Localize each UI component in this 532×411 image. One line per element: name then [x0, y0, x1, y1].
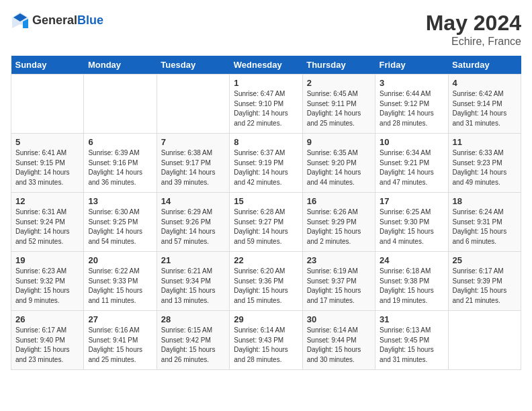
- day-number: 30: [307, 314, 371, 324]
- day-number: 18: [453, 196, 517, 206]
- day-number: 14: [161, 196, 225, 206]
- calendar-cell: 16Sunrise: 6:26 AM Sunset: 9:29 PM Dayli…: [302, 193, 375, 252]
- day-number: 17: [380, 196, 443, 206]
- day-header-wednesday: Wednesday: [230, 56, 302, 75]
- calendar-cell: 26Sunrise: 6:17 AM Sunset: 9:40 PM Dayli…: [11, 311, 84, 370]
- day-number: 3: [380, 78, 443, 88]
- logo-general: General: [32, 13, 77, 27]
- calendar-cell: 10Sunrise: 6:34 AM Sunset: 9:21 PM Dayli…: [375, 134, 448, 193]
- day-info: Sunrise: 6:33 AM Sunset: 9:23 PM Dayligh…: [453, 148, 517, 187]
- day-number: 27: [88, 314, 152, 324]
- day-number: 7: [161, 137, 225, 147]
- calendar-cell: 31Sunrise: 6:13 AM Sunset: 9:45 PM Dayli…: [375, 311, 448, 370]
- day-info: Sunrise: 6:14 AM Sunset: 9:44 PM Dayligh…: [307, 326, 371, 365]
- calendar-cell: 9Sunrise: 6:35 AM Sunset: 9:20 PM Daylig…: [302, 134, 375, 193]
- day-info: Sunrise: 6:42 AM Sunset: 9:14 PM Dayligh…: [453, 89, 517, 128]
- day-header-friday: Friday: [375, 56, 448, 75]
- calendar-location: Echire, France: [426, 36, 521, 48]
- calendar-cell: 18Sunrise: 6:24 AM Sunset: 9:31 PM Dayli…: [448, 193, 521, 252]
- day-info: Sunrise: 6:19 AM Sunset: 9:37 PM Dayligh…: [307, 267, 371, 306]
- day-info: Sunrise: 6:16 AM Sunset: 9:41 PM Dayligh…: [88, 326, 152, 365]
- calendar-cell: 4Sunrise: 6:42 AM Sunset: 9:14 PM Daylig…: [448, 75, 521, 134]
- calendar-cell: [11, 75, 84, 134]
- calendar-cell: 7Sunrise: 6:38 AM Sunset: 9:17 PM Daylig…: [157, 134, 229, 193]
- day-info: Sunrise: 6:22 AM Sunset: 9:33 PM Dayligh…: [88, 267, 152, 306]
- calendar-cell: 22Sunrise: 6:20 AM Sunset: 9:36 PM Dayli…: [230, 252, 302, 311]
- calendar-cell: [157, 75, 229, 134]
- day-number: 2: [307, 78, 371, 88]
- week-row-2: 5Sunrise: 6:41 AM Sunset: 9:15 PM Daylig…: [11, 134, 521, 193]
- day-number: 12: [15, 196, 79, 206]
- day-info: Sunrise: 6:45 AM Sunset: 9:11 PM Dayligh…: [307, 89, 371, 128]
- day-number: 29: [234, 314, 298, 324]
- calendar-cell: 5Sunrise: 6:41 AM Sunset: 9:15 PM Daylig…: [11, 134, 84, 193]
- day-info: Sunrise: 6:38 AM Sunset: 9:17 PM Dayligh…: [161, 148, 225, 187]
- day-info: Sunrise: 6:20 AM Sunset: 9:36 PM Dayligh…: [234, 267, 298, 306]
- day-number: 31: [380, 314, 443, 324]
- day-number: 22: [234, 255, 298, 265]
- day-info: Sunrise: 6:25 AM Sunset: 9:30 PM Dayligh…: [380, 208, 443, 246]
- day-number: 15: [234, 196, 298, 206]
- week-row-3: 12Sunrise: 6:31 AM Sunset: 9:24 PM Dayli…: [11, 193, 521, 252]
- day-number: 28: [161, 314, 225, 324]
- calendar-cell: 29Sunrise: 6:14 AM Sunset: 9:43 PM Dayli…: [230, 311, 302, 370]
- day-header-monday: Monday: [84, 56, 157, 75]
- day-number: 9: [307, 137, 371, 147]
- day-number: 10: [380, 137, 443, 147]
- day-number: 13: [88, 196, 152, 206]
- week-row-4: 19Sunrise: 6:23 AM Sunset: 9:32 PM Dayli…: [11, 252, 521, 311]
- calendar-cell: [84, 75, 157, 134]
- page-header: GeneralBlue May 2024 Echire, France: [11, 11, 521, 48]
- day-number: 24: [380, 255, 443, 265]
- day-info: Sunrise: 6:17 AM Sunset: 9:40 PM Dayligh…: [15, 326, 79, 365]
- day-number: 6: [88, 137, 152, 147]
- calendar-cell: 13Sunrise: 6:30 AM Sunset: 9:25 PM Dayli…: [84, 193, 157, 252]
- logo-blue: Blue: [77, 13, 103, 27]
- day-header-saturday: Saturday: [448, 56, 521, 75]
- day-number: 11: [453, 137, 517, 147]
- day-number: 23: [307, 255, 371, 265]
- calendar-cell: 11Sunrise: 6:33 AM Sunset: 9:23 PM Dayli…: [448, 134, 521, 193]
- day-info: Sunrise: 6:17 AM Sunset: 9:39 PM Dayligh…: [453, 267, 517, 306]
- calendar-cell: 12Sunrise: 6:31 AM Sunset: 9:24 PM Dayli…: [11, 193, 84, 252]
- days-header-row: SundayMondayTuesdayWednesdayThursdayFrid…: [11, 56, 521, 75]
- calendar-table: SundayMondayTuesdayWednesdayThursdayFrid…: [11, 56, 521, 370]
- calendar-cell: 27Sunrise: 6:16 AM Sunset: 9:41 PM Dayli…: [84, 311, 157, 370]
- day-info: Sunrise: 6:13 AM Sunset: 9:45 PM Dayligh…: [380, 326, 443, 365]
- day-info: Sunrise: 6:35 AM Sunset: 9:20 PM Dayligh…: [307, 148, 371, 187]
- calendar-cell: 30Sunrise: 6:14 AM Sunset: 9:44 PM Dayli…: [302, 311, 375, 370]
- logo-icon: [11, 11, 30, 30]
- day-info: Sunrise: 6:18 AM Sunset: 9:38 PM Dayligh…: [380, 267, 443, 306]
- day-number: 21: [161, 255, 225, 265]
- calendar-cell: 8Sunrise: 6:37 AM Sunset: 9:19 PM Daylig…: [230, 134, 302, 193]
- calendar-cell: 19Sunrise: 6:23 AM Sunset: 9:32 PM Dayli…: [11, 252, 84, 311]
- week-row-5: 26Sunrise: 6:17 AM Sunset: 9:40 PM Dayli…: [11, 311, 521, 370]
- day-header-sunday: Sunday: [11, 56, 84, 75]
- calendar-cell: 17Sunrise: 6:25 AM Sunset: 9:30 PM Dayli…: [375, 193, 448, 252]
- day-number: 4: [453, 78, 517, 88]
- logo-text: GeneralBlue: [32, 13, 103, 28]
- day-info: Sunrise: 6:47 AM Sunset: 9:10 PM Dayligh…: [234, 89, 298, 128]
- calendar-cell: 1Sunrise: 6:47 AM Sunset: 9:10 PM Daylig…: [230, 75, 302, 134]
- day-info: Sunrise: 6:26 AM Sunset: 9:29 PM Dayligh…: [307, 208, 371, 246]
- day-info: Sunrise: 6:30 AM Sunset: 9:25 PM Dayligh…: [88, 208, 152, 246]
- calendar-cell: 6Sunrise: 6:39 AM Sunset: 9:16 PM Daylig…: [84, 134, 157, 193]
- calendar-cell: [448, 311, 521, 370]
- calendar-cell: 20Sunrise: 6:22 AM Sunset: 9:33 PM Dayli…: [84, 252, 157, 311]
- day-header-tuesday: Tuesday: [157, 56, 229, 75]
- day-info: Sunrise: 6:21 AM Sunset: 9:34 PM Dayligh…: [161, 267, 225, 306]
- day-info: Sunrise: 6:31 AM Sunset: 9:24 PM Dayligh…: [15, 208, 79, 246]
- day-info: Sunrise: 6:44 AM Sunset: 9:12 PM Dayligh…: [380, 89, 443, 128]
- calendar-cell: 2Sunrise: 6:45 AM Sunset: 9:11 PM Daylig…: [302, 75, 375, 134]
- calendar-cell: 23Sunrise: 6:19 AM Sunset: 9:37 PM Dayli…: [302, 252, 375, 311]
- day-number: 16: [307, 196, 371, 206]
- day-info: Sunrise: 6:34 AM Sunset: 9:21 PM Dayligh…: [380, 148, 443, 187]
- calendar-cell: 3Sunrise: 6:44 AM Sunset: 9:12 PM Daylig…: [375, 75, 448, 134]
- day-info: Sunrise: 6:28 AM Sunset: 9:27 PM Dayligh…: [234, 208, 298, 246]
- day-info: Sunrise: 6:39 AM Sunset: 9:16 PM Dayligh…: [88, 148, 152, 187]
- calendar-cell: 15Sunrise: 6:28 AM Sunset: 9:27 PM Dayli…: [230, 193, 302, 252]
- day-number: 26: [15, 314, 79, 324]
- day-info: Sunrise: 6:23 AM Sunset: 9:32 PM Dayligh…: [15, 267, 79, 306]
- day-number: 5: [15, 137, 79, 147]
- day-info: Sunrise: 6:41 AM Sunset: 9:15 PM Dayligh…: [15, 148, 79, 187]
